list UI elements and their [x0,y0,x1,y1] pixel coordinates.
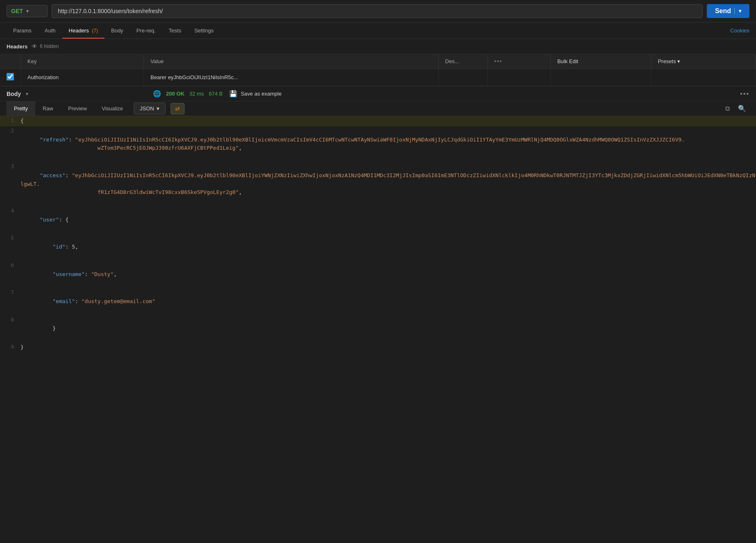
line-content-2: "refresh": "eyJhbGciOiJIIUzI1NiIsInR5cCI… [20,126,756,162]
resp-tab-pretty[interactable]: Pretty [7,101,35,116]
line-content-5: "id": 5, [20,233,756,260]
line-num-7: 7 [0,288,20,297]
code-line-4: 4 "user": { [0,206,756,233]
tab-tests[interactable]: Tests [162,23,188,39]
method-label: GET [11,8,23,14]
format-selector[interactable]: JSON ▾ [134,103,166,114]
response-bar: Body ▾ 🌐 200 OK 32 ms 874 B 💾 Save as ex… [0,86,756,101]
row-checkbox[interactable] [7,73,14,80]
headers-title: Headers [7,43,27,50]
code-area: 1 { 2 "refresh": "eyJhbGciOiJIIUzI1NiIsI… [0,116,756,353]
line-num-6: 6 [0,261,20,270]
hidden-badge: 👁 6 hidden [32,43,59,50]
url-wrapper [52,4,703,18]
save-icon: 💾 [229,90,237,98]
bulk-edit-button[interactable]: Bulk Edit [557,58,578,64]
line-content-1: { [20,116,756,126]
code-line-1: 1 { [0,116,756,126]
cookies-link[interactable]: Cookies [730,27,749,34]
code-line-5: 5 "id": 5, [0,233,756,260]
globe-icon: 🌐 [153,90,161,98]
format-label: JSON [140,105,154,112]
filter-icon[interactable]: ⇄ [171,103,184,114]
th-bulk-edit: Bulk Edit [551,54,651,69]
send-label: Send [715,7,731,15]
th-value: Value [144,54,439,69]
code-line-9: 9 } [0,342,756,353]
presets-button[interactable]: Presets ▾ [658,58,681,64]
line-content-7: "email": "dusty.getem@email.com" [20,288,756,315]
send-chevron-icon: ▾ [734,8,741,14]
copy-icon[interactable]: ⧉ [722,103,733,114]
row-presets-cell [651,69,756,86]
line-num-4: 4 [0,206,20,216]
code-line-6: 6 "username": "Dusty", [0,261,756,288]
th-dots: ••• [487,54,550,69]
format-chevron-icon: ▾ [157,105,159,112]
th-presets: Presets ▾ [651,54,756,69]
save-example-button[interactable]: 💾 Save as example [229,90,282,98]
tab-settings[interactable]: Settings [188,23,220,39]
line-num-8: 8 [0,315,20,325]
th-checkbox [0,54,21,69]
search-icon[interactable]: 🔍 [735,103,749,114]
resp-tab-visualize[interactable]: Visualize [94,101,130,116]
tabs-row: Params Auth Headers (7) Body Pre-req. Te… [0,23,756,39]
desc-cell [438,69,487,86]
response-time: 32 ms [189,91,204,97]
response-size: 874 B [209,91,223,97]
method-selector[interactable]: GET ▾ [7,5,48,17]
line-content-6: "username": "Dusty", [20,261,756,288]
method-chevron-icon: ▾ [26,8,29,14]
headers-badge: (7) [92,28,98,34]
top-bar: GET ▾ Send ▾ [0,0,756,23]
header-value: Bearer eyJhbGciOiJIUzI1NiIsInR5c... [150,74,238,80]
tab-auth[interactable]: Auth [38,23,62,39]
headers-table: Key Value Des... ••• Bulk Edit Presets ▾… [0,54,756,86]
resp-tab-raw[interactable]: Raw [35,101,61,116]
save-example-label: Save as example [241,91,282,97]
line-content-4: "user": { [20,206,756,233]
status-badge: 200 OK [166,91,184,97]
resp-tab-preview[interactable]: Preview [61,101,94,116]
response-tabs: Pretty Raw Preview Visualize JSON ▾ ⇄ ⧉ … [0,101,756,116]
line-content-9: } [20,342,756,353]
th-key: Key [21,54,144,69]
more-options-icon[interactable]: ••• [740,90,749,98]
key-cell: Authorization [21,69,144,86]
line-content-8: } [20,315,756,342]
row-bulk-cell [551,69,651,86]
line-num-5: 5 [0,233,20,243]
line-num-1: 1 [0,116,20,125]
tab-headers[interactable]: Headers (7) [62,23,105,39]
row-dots-cell [487,69,550,86]
key-value: Authorization [27,74,59,80]
tab-body[interactable]: Body [105,23,130,39]
url-input[interactable] [58,8,697,14]
send-button[interactable]: Send ▾ [707,4,749,18]
th-desc: Des... [438,54,487,69]
hidden-count: 6 hidden [40,43,59,49]
line-content-3: "access": "eyJhbGciOiJIIUzI1NiIsInR5cCI6… [20,162,756,206]
value-cell: Bearer eyJhbGciOiJIUzI1NiIsInR5c... [144,69,439,86]
eye-icon: 👁 [32,43,37,50]
body-label: Body [7,91,21,97]
tab-params[interactable]: Params [7,23,38,39]
table-row: Authorization Bearer eyJhbGciOiJIUzI1NiI… [0,69,756,86]
headers-section: Headers 👁 6 hidden [0,39,756,54]
code-line-8: 8 } [0,315,756,342]
line-num-9: 9 [0,342,20,352]
dots-icon[interactable]: ••• [494,58,503,64]
line-num-3: 3 [0,162,20,171]
code-line-2: 2 "refresh": "eyJhbGciOiJIIUzI1NiIsInR5c… [0,126,756,162]
code-line-7: 7 "email": "dusty.getem@email.com" [0,288,756,315]
code-line-3: 3 "access": "eyJhbGciOiJIIUzI1NiIsInR5cC… [0,162,756,206]
tab-prereq[interactable]: Pre-req. [130,23,162,39]
line-num-2: 2 [0,126,20,136]
body-chevron-icon[interactable]: ▾ [26,91,28,97]
row-checkbox-cell [0,69,21,86]
